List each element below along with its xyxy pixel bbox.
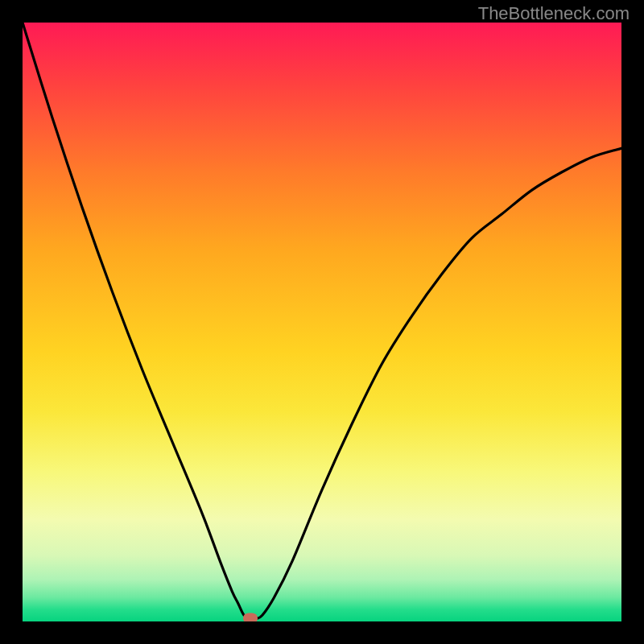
watermark-text: TheBottleneck.com bbox=[478, 3, 630, 24]
optimal-point-marker bbox=[243, 613, 258, 621]
curve-svg bbox=[23, 23, 621, 621]
bottleneck-curve bbox=[23, 23, 621, 619]
plot-area bbox=[23, 23, 621, 621]
chart-frame: TheBottleneck.com bbox=[0, 0, 644, 644]
